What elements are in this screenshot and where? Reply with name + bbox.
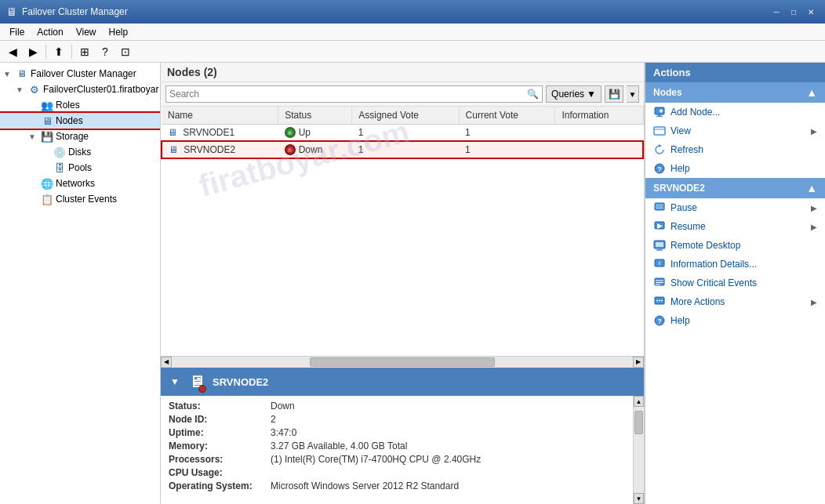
detail-cpu-label: CPU Usage: [169, 467, 271, 478]
action-nodes-help[interactable]: ? Help [645, 159, 825, 178]
action-resume[interactable]: Resume ▶ [645, 217, 825, 236]
critical-events-label: Show Critical Events [671, 277, 817, 288]
save-query-button[interactable]: 💾 [605, 85, 623, 103]
action-remote-desktop[interactable]: Remote Desktop [645, 236, 825, 255]
node1-name: 🖥 SRVNODE1 [162, 125, 278, 142]
svg-text:?: ? [657, 317, 662, 325]
scroll-track[interactable] [172, 357, 633, 368]
search-input[interactable] [169, 89, 527, 100]
events-icon: 📋 [41, 193, 53, 205]
nodes-section-label: Nodes [653, 87, 682, 98]
sidebar-label-networks: Networks [56, 178, 95, 189]
action-add-node[interactable]: Add Node... [645, 103, 825, 121]
action-more-actions[interactable]: More Actions ▶ [645, 292, 825, 311]
toolbar-up[interactable]: ⬆ [49, 43, 68, 60]
detail-v-scrollbar[interactable]: ▲ ▼ [633, 396, 644, 504]
toolbar-show-hide[interactable]: ⊞ [75, 43, 94, 60]
nodes-icon: 🖥 [41, 114, 53, 127]
detail-os-value: Microsoft Windows Server 2012 R2 Standar… [271, 480, 459, 491]
maximize-button[interactable]: □ [786, 4, 801, 20]
action-refresh[interactable]: Refresh [645, 140, 825, 159]
node2-status-icon [285, 144, 296, 155]
minimize-button[interactable]: ─ [769, 4, 784, 20]
main-layout: ▼ 🖥 Failover Cluster Manager ▼ ⚙ Failove… [0, 63, 825, 504]
col-name: Name [162, 107, 278, 125]
detail-node-icon: 🖥 [187, 372, 206, 391]
table-header-row: Name Status Assigned Vote Current Vote I… [162, 107, 643, 125]
menu-help[interactable]: Help [103, 25, 135, 39]
horizontal-scrollbar[interactable]: ◀ ▶ [161, 356, 644, 367]
menu-file[interactable]: File [3, 25, 31, 39]
menu-bar: File Action View Help [0, 24, 825, 41]
sidebar-item-fcm-root[interactable]: ▼ 🖥 Failover Cluster Manager [0, 66, 160, 82]
info-details-icon: i [653, 258, 666, 270]
pause-arrow: ▶ [811, 204, 817, 212]
svg-rect-1 [658, 114, 661, 116]
query-dropdown-button[interactable]: ▼ [627, 85, 639, 103]
table-row[interactable]: 🖥 SRVNODE1 Up 1 1 [162, 125, 643, 142]
scroll-thumb[interactable] [310, 357, 494, 367]
sidebar-item-storage[interactable]: ▼ 💾 Storage [0, 129, 160, 144]
detail-processors-label: Processors: [169, 454, 271, 465]
toolbar-forward[interactable]: ▶ [24, 43, 42, 60]
toolbar-extra[interactable]: ⊡ [116, 43, 135, 60]
detail-nodeid-row: Node ID: 2 [169, 414, 625, 425]
detail-collapse-button[interactable]: ▼ [169, 375, 181, 388]
queries-button[interactable]: Queries ▼ [546, 85, 601, 103]
col-information: Information [555, 107, 643, 125]
table-row[interactable]: 🖥 SRVNODE2 Down 1 1 [162, 141, 643, 158]
sidebar-item-nodes[interactable]: 🖥 Nodes [0, 113, 160, 129]
nodes-table-container: firatboyar.com Name Status Assigned Vote… [161, 107, 644, 356]
queries-label: Queries [551, 89, 584, 100]
nodes-section-collapse[interactable]: ▲ [806, 86, 817, 99]
toolbar-sep2 [71, 45, 72, 59]
action-view[interactable]: View ▶ [645, 121, 825, 140]
view-icon [653, 125, 666, 137]
detail-status-indicator [198, 385, 206, 393]
node2-status: Down [278, 141, 352, 158]
detail-scroll-up[interactable]: ▲ [634, 396, 644, 407]
action-information-details[interactable]: i Information Details... [645, 255, 825, 274]
window-title: Failover Cluster Manager [22, 6, 128, 17]
tree-arrow-storage: ▼ [28, 132, 41, 141]
close-button[interactable]: ✕ [803, 4, 819, 20]
menu-action[interactable]: Action [31, 25, 69, 39]
scroll-left-btn[interactable]: ◀ [161, 357, 172, 368]
sidebar-item-roles[interactable]: 👥 Roles [0, 97, 160, 113]
detail-memory-value: 3.27 GB Available, 4.00 GB Total [271, 441, 407, 451]
pause-label: Pause [671, 202, 806, 213]
sidebar-item-pools[interactable]: 🗄 Pools [0, 160, 160, 176]
sidebar-item-networks[interactable]: 🌐 Networks [0, 176, 160, 191]
critical-events-icon [653, 277, 666, 289]
menu-view[interactable]: View [70, 25, 103, 39]
srvnode2-section-header: SRVNODE2 ▲ [645, 178, 825, 198]
detail-memory-label: Memory: [169, 441, 271, 451]
svg-rect-2 [656, 116, 663, 117]
nodes-help-label: Help [671, 163, 817, 174]
action-srvnode2-help[interactable]: ? Help [645, 311, 825, 330]
detail-scroll-down[interactable]: ▼ [634, 493, 644, 504]
more-actions-label: More Actions [671, 296, 806, 307]
svg-point-27 [661, 300, 663, 302]
toolbar-back[interactable]: ◀ [3, 43, 22, 60]
search-wrapper[interactable]: 🔍 [165, 85, 543, 103]
action-pause[interactable]: Pause ▶ [645, 198, 825, 217]
detail-nodeid-label: Node ID: [169, 414, 271, 425]
tree-arrow-cluster: ▼ [16, 85, 28, 94]
srvnode2-section-collapse[interactable]: ▲ [806, 182, 817, 194]
sidebar-label-storage: Storage [56, 131, 89, 142]
sidebar-item-disks[interactable]: 💿 Disks [0, 144, 160, 160]
scroll-right-btn[interactable]: ▶ [633, 357, 644, 368]
actions-srvnode2-section: SRVNODE2 ▲ Pause ▶ Resume ▶ [645, 178, 825, 330]
action-show-critical-events[interactable]: Show Critical Events [645, 274, 825, 292]
networks-icon: 🌐 [41, 177, 53, 190]
detail-scroll-track[interactable] [634, 407, 644, 493]
nodes-section-header: Nodes ▲ [645, 82, 825, 103]
detail-status-label: Status: [169, 401, 271, 412]
detail-node-name: SRVNODE2 [213, 376, 268, 388]
detail-content: Status: Down Node ID: 2 Uptime: 3:47:0 M… [161, 396, 633, 504]
sidebar-item-cluster-events[interactable]: 📋 Cluster Events [0, 191, 160, 207]
fcm-icon: 🖥 [16, 67, 28, 80]
toolbar-help[interactable]: ? [96, 43, 114, 60]
sidebar-item-cluster[interactable]: ▼ ⚙ FailoverCluster01.firatboyar [0, 82, 160, 97]
